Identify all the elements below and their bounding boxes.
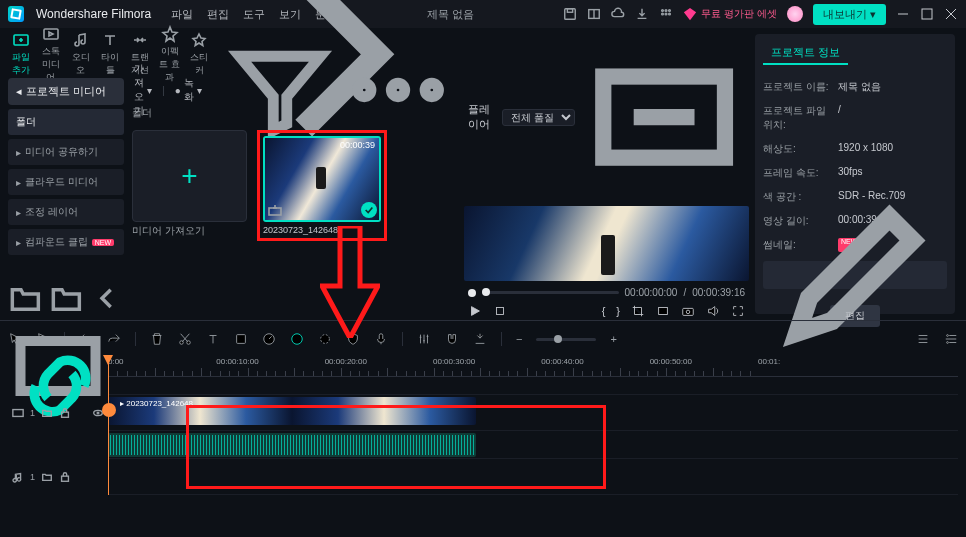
clip-duration: 00:00:39 xyxy=(340,140,375,150)
app-name: Wondershare Filmora xyxy=(36,7,151,21)
add-to-timeline-icon[interactable] xyxy=(268,204,282,218)
sidebar-item-share[interactable]: ▸ 미디어 공유하기 xyxy=(8,139,124,165)
music-track-head[interactable]: 1 xyxy=(8,459,108,495)
tab-import[interactable]: 파일추가 xyxy=(8,31,35,77)
marker-add-icon[interactable] xyxy=(473,332,487,346)
sidebar-item-compound[interactable]: ▸ 컴파운드 클립 NEW xyxy=(8,229,124,255)
video-track-icon xyxy=(12,407,24,419)
tab-stock[interactable]: 스톡 미디어 xyxy=(38,25,65,84)
folder-heading: 폴더 xyxy=(128,102,458,120)
crop-tool-icon[interactable] xyxy=(234,332,248,346)
zoom-out-icon[interactable]: − xyxy=(516,333,522,345)
save-icon[interactable] xyxy=(563,7,577,21)
delete-icon[interactable] xyxy=(150,332,164,346)
svg-rect-22 xyxy=(269,208,281,215)
collapse-icon[interactable] xyxy=(89,281,124,316)
tab-titles[interactable]: 타이틀 xyxy=(97,31,124,77)
quality-select[interactable]: 전체 품질 xyxy=(502,109,575,126)
music-track[interactable] xyxy=(108,459,958,495)
magnet-icon[interactable] xyxy=(445,332,459,346)
playhead[interactable] xyxy=(108,355,109,495)
color-icon[interactable] xyxy=(290,332,304,346)
thumbnail-placeholder[interactable] xyxy=(763,261,947,289)
media-search[interactable] xyxy=(212,85,216,96)
clip-name: 20230723_142648 xyxy=(263,222,381,235)
import-media-tile[interactable]: + xyxy=(132,130,247,222)
media-toolbar: 가져오기 ▾ | ● 녹화 ▾ xyxy=(128,78,458,102)
lock-icon[interactable] xyxy=(59,471,71,483)
new-badge: NEW xyxy=(92,239,114,246)
record-dropdown[interactable]: ● 녹화 ▾ xyxy=(175,76,202,104)
text-tool-icon[interactable] xyxy=(206,332,220,346)
minimize-button[interactable] xyxy=(896,7,910,21)
promo-banner[interactable]: 무료 평가판 에셋 xyxy=(683,7,777,21)
sidebar-item-adjust[interactable]: ▸ 조정 레이어 xyxy=(8,199,124,225)
titlebar: Wondershare Filmora 파일 편집 도구 보기 문의 제목 없음… xyxy=(0,0,966,28)
preview-controls: { } xyxy=(464,298,749,320)
svg-point-5 xyxy=(666,10,668,12)
user-avatar[interactable] xyxy=(787,6,803,22)
effects-icon[interactable] xyxy=(318,332,332,346)
settings-gear-icon[interactable] xyxy=(944,332,958,346)
folder-small-icon[interactable] xyxy=(41,471,53,483)
sidebar-item-folder[interactable]: 폴더 xyxy=(8,109,124,135)
folder-small-icon[interactable] xyxy=(41,407,53,419)
close-button[interactable] xyxy=(944,7,958,21)
mixer-icon[interactable] xyxy=(417,332,431,346)
layout-icon[interactable] xyxy=(587,7,601,21)
svg-point-19 xyxy=(357,83,371,97)
timeline-tracks[interactable]: 0:0000:00:10:0000:00:20:0000:00:30:0000:… xyxy=(108,355,958,495)
download-icon[interactable] xyxy=(635,7,649,21)
app-logo xyxy=(8,6,24,22)
new-folder-icon[interactable] xyxy=(8,281,43,316)
redo-icon[interactable] xyxy=(107,332,121,346)
cut-icon[interactable] xyxy=(178,332,192,346)
svg-point-37 xyxy=(947,342,949,344)
zoom-slider[interactable] xyxy=(536,338,596,341)
media-clip[interactable]: 00:00:39 xyxy=(263,136,381,222)
crop-icon[interactable] xyxy=(631,304,645,318)
fit-icon[interactable] xyxy=(583,36,745,198)
audio-track-head[interactable] xyxy=(8,431,108,459)
timeline-video-clip[interactable]: ▸ 20230723_142648 xyxy=(108,397,476,425)
shield-icon[interactable] xyxy=(346,332,360,346)
list-view-icon[interactable] xyxy=(916,332,930,346)
lock-icon[interactable] xyxy=(59,407,71,419)
svg-point-8 xyxy=(666,13,668,15)
scrub-bar[interactable] xyxy=(482,291,619,294)
speed-icon[interactable] xyxy=(262,332,276,346)
svg-rect-39 xyxy=(13,410,23,417)
sidebar-item-cloud[interactable]: ▸ 클라우드 미디어 xyxy=(8,169,124,195)
mic-icon[interactable] xyxy=(374,332,388,346)
folder-icon[interactable] xyxy=(49,281,84,316)
tab-effects[interactable]: 이펙트 효과 xyxy=(156,25,183,84)
apps-icon[interactable] xyxy=(659,7,673,21)
tab-audio[interactable]: 오디오 xyxy=(67,31,94,77)
maximize-button[interactable] xyxy=(920,7,934,21)
svg-point-4 xyxy=(662,10,664,12)
zoom-in-icon[interactable]: + xyxy=(610,333,616,345)
fullscreen-icon[interactable] xyxy=(731,304,745,318)
tab-stickers[interactable]: 스티커 xyxy=(186,31,213,77)
info-panel: 프로젝트 정보 프로젝트 이름:제목 없음 프로젝트 파일 위치:/ 해상도:1… xyxy=(755,34,955,314)
menu-file[interactable]: 파일 xyxy=(171,7,193,22)
marker-icon[interactable] xyxy=(656,304,670,318)
play-icon[interactable] xyxy=(468,304,482,318)
timeline-ruler[interactable]: 0:0000:00:10:0000:00:20:0000:00:30:0000:… xyxy=(108,355,958,377)
mark-out-icon[interactable]: } xyxy=(616,305,620,317)
preview-viewport[interactable] xyxy=(464,206,749,281)
video-track[interactable]: ▸ 20230723_142648 xyxy=(108,395,958,431)
export-button[interactable]: 내보내기▾ xyxy=(813,4,886,25)
link-icon[interactable] xyxy=(12,338,108,434)
snapshot-icon[interactable] xyxy=(681,304,695,318)
info-tab[interactable]: 프로젝트 정보 xyxy=(763,42,848,65)
project-media-button[interactable]: ◂ 프로젝트 미디어 xyxy=(8,78,124,105)
mark-in-icon[interactable]: { xyxy=(602,305,606,317)
cloud-icon[interactable] xyxy=(611,7,625,21)
check-icon xyxy=(361,202,377,218)
timeline-audio-clip[interactable] xyxy=(108,433,476,457)
volume-icon[interactable] xyxy=(706,304,720,318)
stop-icon[interactable] xyxy=(493,304,507,318)
audio-inline-track[interactable] xyxy=(108,431,958,459)
svg-point-28 xyxy=(686,310,690,314)
